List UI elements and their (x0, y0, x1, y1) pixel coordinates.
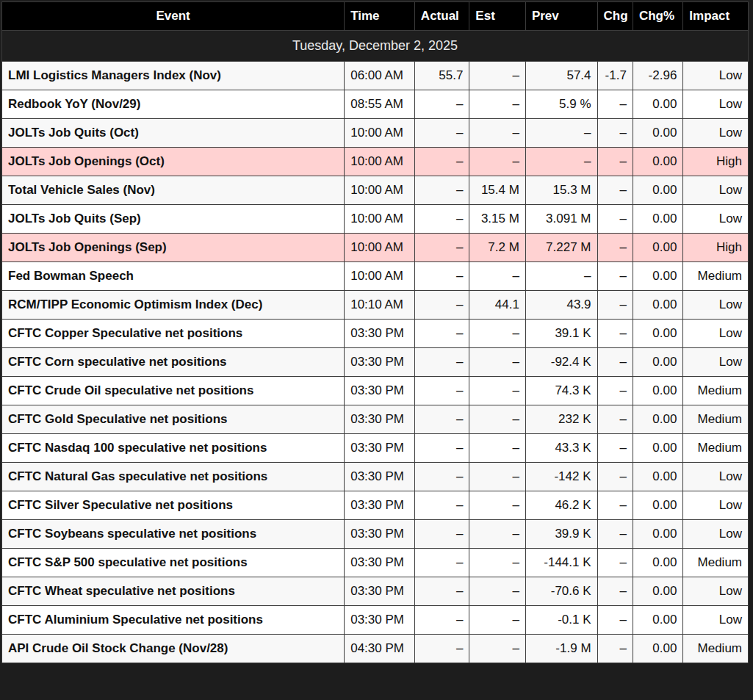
event-cell-actual: – (414, 348, 469, 377)
event-cell-actual: – (414, 320, 469, 348)
event-cell-est: – (469, 119, 526, 148)
event-cell-chgpct: -2.96 (633, 62, 682, 90)
column-header-time: Time (345, 2, 415, 31)
event-cell-prev: 39.9 K (525, 520, 597, 549)
event-cell-actual: – (414, 434, 469, 463)
event-row[interactable]: CFTC Crude Oil speculative net positions… (2, 377, 749, 405)
event-row[interactable]: RCM/TIPP Economic Optimism Index (Dec)10… (2, 291, 749, 320)
event-row[interactable]: API Crude Oil Stock Change (Nov/28)04:30… (2, 635, 749, 663)
event-cell-time: 03:30 PM (345, 520, 415, 549)
event-row[interactable]: CFTC S&P 500 speculative net positions03… (2, 549, 749, 577)
event-cell-prev: – (525, 119, 597, 148)
event-cell-chgpct: 0.00 (633, 262, 682, 291)
event-cell-actual: – (414, 291, 469, 320)
event-cell-time: 03:30 PM (345, 320, 415, 348)
date-header: Tuesday, December 2, 2025 (2, 31, 749, 62)
event-row[interactable]: CFTC Soybeans speculative net positions0… (2, 520, 749, 549)
event-cell-prev: 43.9 (525, 291, 597, 320)
event-row[interactable]: JOLTs Job Quits (Sep)10:00 AM–3.15 M3.09… (2, 205, 749, 234)
event-cell-chgpct: 0.00 (633, 434, 682, 463)
event-cell-impact: Medium (683, 262, 749, 291)
event-cell-event: Fed Bowman Speech (2, 262, 345, 291)
event-row[interactable]: CFTC Gold Speculative net positions03:30… (2, 405, 749, 434)
event-cell-impact: Low (683, 205, 749, 234)
event-cell-actual: – (414, 176, 469, 205)
event-cell-prev: 7.227 M (525, 234, 597, 262)
event-row[interactable]: Total Vehicle Sales (Nov)10:00 AM–15.4 M… (2, 176, 749, 205)
event-cell-impact: Low (683, 348, 749, 377)
event-row[interactable]: CFTC Corn speculative net positions03:30… (2, 348, 749, 377)
date-header-row: Tuesday, December 2, 2025 (2, 31, 749, 62)
event-cell-chg: – (597, 90, 633, 119)
event-row[interactable]: LMI Logistics Managers Index (Nov)06:00 … (2, 62, 749, 90)
event-cell-prev: 43.3 K (525, 434, 597, 463)
event-cell-time: 08:55 AM (345, 90, 415, 119)
event-cell-event: CFTC S&P 500 speculative net positions (2, 549, 345, 577)
event-cell-chg: – (597, 262, 633, 291)
event-cell-est: – (469, 635, 526, 663)
event-cell-prev: -0.1 K (525, 606, 597, 635)
event-cell-time: 06:00 AM (345, 62, 415, 90)
event-cell-chgpct: 0.00 (633, 119, 682, 148)
event-cell-est: – (469, 463, 526, 491)
event-cell-chg: – (597, 405, 633, 434)
economic-calendar-page: Event Time Actual Est Prev Chg Chg% Impa… (0, 0, 753, 700)
event-cell-est: 15.4 M (469, 176, 526, 205)
event-cell-chgpct: 0.00 (633, 635, 682, 663)
event-cell-chgpct: 0.00 (633, 405, 682, 434)
event-row[interactable]: JOLTs Job Openings (Sep)10:00 AM–7.2 M7.… (2, 234, 749, 262)
event-cell-est: – (469, 405, 526, 434)
event-cell-chg: – (597, 434, 633, 463)
event-cell-est: – (469, 577, 526, 606)
event-cell-time: 10:10 AM (345, 291, 415, 320)
event-cell-event: CFTC Wheat speculative net positions (2, 577, 345, 606)
event-row[interactable]: CFTC Silver Speculative net positions03:… (2, 491, 749, 520)
event-cell-chg: – (597, 234, 633, 262)
event-row[interactable]: CFTC Aluminium Speculative net positions… (2, 606, 749, 635)
event-cell-chg: – (597, 520, 633, 549)
event-cell-prev: – (525, 148, 597, 176)
event-cell-chgpct: 0.00 (633, 549, 682, 577)
event-cell-est: – (469, 262, 526, 291)
event-cell-chg: – (597, 377, 633, 405)
event-cell-event: JOLTs Job Quits (Oct) (2, 119, 345, 148)
event-cell-impact: Low (683, 520, 749, 549)
event-cell-chg: – (597, 577, 633, 606)
event-cell-chg: – (597, 119, 633, 148)
event-cell-event: JOLTs Job Openings (Sep) (2, 234, 345, 262)
event-cell-time: 10:00 AM (345, 119, 415, 148)
event-row[interactable]: Redbook YoY (Nov/29)08:55 AM––5.9 %–0.00… (2, 90, 749, 119)
event-cell-actual: – (414, 577, 469, 606)
event-cell-chgpct: 0.00 (633, 377, 682, 405)
event-cell-est: 44.1 (469, 291, 526, 320)
event-row[interactable]: JOLTs Job Openings (Oct)10:00 AM––––0.00… (2, 148, 749, 176)
event-cell-impact: Low (683, 62, 749, 90)
event-row[interactable]: JOLTs Job Quits (Oct)10:00 AM––––0.00Low (2, 119, 749, 148)
event-cell-actual: 55.7 (414, 62, 469, 90)
event-row[interactable]: CFTC Natural Gas speculative net positio… (2, 463, 749, 491)
column-header-prev: Prev (525, 2, 597, 31)
event-cell-est: – (469, 320, 526, 348)
event-cell-actual: – (414, 635, 469, 663)
event-cell-est: 7.2 M (469, 234, 526, 262)
event-cell-actual: – (414, 606, 469, 635)
event-cell-prev: -144.1 K (525, 549, 597, 577)
event-cell-prev: – (525, 262, 597, 291)
event-cell-est: – (469, 348, 526, 377)
event-cell-event: CFTC Aluminium Speculative net positions (2, 606, 345, 635)
column-header-chg-percent: Chg% (633, 2, 682, 31)
event-cell-impact: High (683, 148, 749, 176)
event-cell-chg: – (597, 463, 633, 491)
event-cell-event: CFTC Crude Oil speculative net positions (2, 377, 345, 405)
event-cell-event: JOLTs Job Openings (Oct) (2, 148, 345, 176)
event-cell-est: – (469, 90, 526, 119)
event-cell-impact: Low (683, 90, 749, 119)
event-row[interactable]: CFTC Nasdaq 100 speculative net position… (2, 434, 749, 463)
event-row[interactable]: CFTC Wheat speculative net positions03:3… (2, 577, 749, 606)
event-cell-actual: – (414, 119, 469, 148)
column-header-chg: Chg (597, 2, 633, 31)
event-cell-chgpct: 0.00 (633, 463, 682, 491)
event-cell-chgpct: 0.00 (633, 205, 682, 234)
event-row[interactable]: Fed Bowman Speech10:00 AM––––0.00Medium (2, 262, 749, 291)
event-row[interactable]: CFTC Copper Speculative net positions03:… (2, 320, 749, 348)
